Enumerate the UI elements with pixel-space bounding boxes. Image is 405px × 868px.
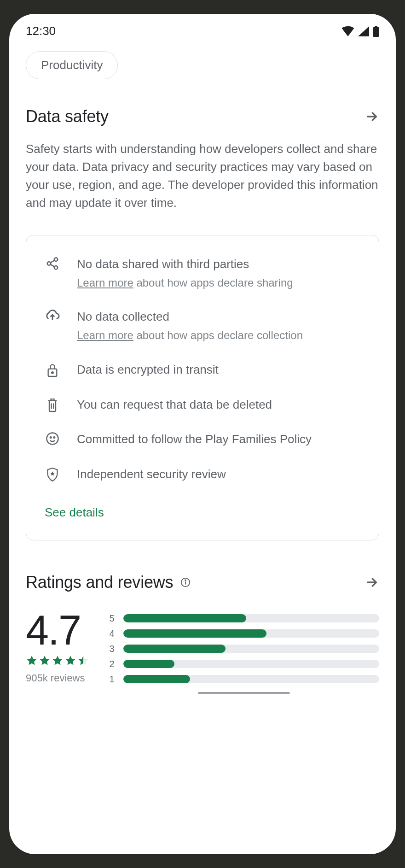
svg-rect-0 [373,27,379,37]
arrow-right-icon[interactable] [364,109,379,124]
svg-point-4 [54,266,58,270]
data-safety-title: Data safety [26,107,109,126]
wifi-icon [341,26,354,36]
average-score: 4.7 [26,610,89,651]
safety-item-label: Committed to follow the Play Families Po… [77,431,312,448]
safety-item-label: No data collected [77,308,303,326]
device-frame: 12:30 Productivity Data safety Safety st… [9,14,396,854]
info-icon[interactable] [180,577,191,587]
data-safety-header[interactable]: Data safety [26,107,379,126]
learn-more-link[interactable]: Learn more [77,276,133,289]
bar-fill [123,675,190,683]
safety-item-delete: You can request that data be deleted [45,396,360,414]
lock-icon [45,362,60,378]
safety-item-label: Independent security review [77,466,226,483]
ratings-body: 4.7 905k reviews 5 [26,610,379,694]
svg-point-8 [52,372,53,374]
safety-item-families: Committed to follow the Play Families Po… [45,431,360,448]
ratings-section: Ratings and reviews 4.7 [26,573,379,694]
status-time: 12:30 [26,24,56,38]
rating-bar-3: 3 [109,644,379,654]
svg-point-2 [54,258,58,262]
status-icons [341,26,379,37]
svg-point-12 [50,437,52,439]
data-safety-card: No data shared with third parties Learn … [26,235,379,540]
ratings-title: Ratings and reviews [26,573,173,592]
trash-icon [45,397,60,413]
svg-rect-1 [375,26,377,28]
svg-point-16 [185,580,186,581]
bar-fill [123,614,246,622]
shield-star-icon [45,467,60,482]
rating-bar-2: 2 [109,659,379,669]
share-icon [45,257,60,270]
svg-point-3 [47,262,51,265]
content-scroll[interactable]: Productivity Data safety Safety starts w… [9,44,396,694]
svg-point-13 [54,437,55,439]
bar-fill [123,660,174,668]
cloud-upload-icon [45,309,60,323]
svg-line-5 [51,260,55,263]
rating-bar-5: 5 [109,613,379,624]
safety-item-label: Data is encrypted in transit [77,361,219,379]
safety-item-encrypted: Data is encrypted in transit [45,361,360,379]
score-column: 4.7 905k reviews [26,610,89,684]
safety-item-no-collection: No data collected Learn more about how a… [45,308,360,343]
data-safety-description: Safety starts with understanding how dev… [26,140,379,212]
svg-line-6 [51,264,55,267]
svg-point-11 [47,433,58,445]
bar-fill [123,645,226,653]
horizontal-scrollbar[interactable] [198,692,290,694]
see-details-link[interactable]: See details [45,505,104,520]
safety-item-secondary: Learn more about how apps declare collec… [77,328,303,344]
battery-icon [373,26,379,37]
reviews-count: 905k reviews [26,672,89,684]
star-rating [26,655,89,667]
status-bar: 12:30 [9,14,396,44]
rating-bar-1: 1 [109,674,379,685]
chip-label: Productivity [41,58,103,72]
rating-bars: 5 4 3 2 1 [109,610,379,694]
safety-item-label: No data shared with third parties [77,256,293,273]
category-chip[interactable]: Productivity [26,51,118,79]
safety-item-security-review: Independent security review [45,466,360,483]
rating-bar-4: 4 [109,628,379,639]
face-icon [45,432,60,446]
safety-item-secondary: Learn more about how apps declare sharin… [77,275,293,291]
bar-fill [123,629,266,638]
safety-item-label: You can request that data be deleted [77,396,272,414]
ratings-header[interactable]: Ratings and reviews [26,573,379,592]
learn-more-link[interactable]: Learn more [77,329,133,341]
arrow-right-icon[interactable] [364,575,379,590]
safety-item-no-sharing: No data shared with third parties Learn … [45,256,360,291]
cellular-icon [358,26,369,36]
